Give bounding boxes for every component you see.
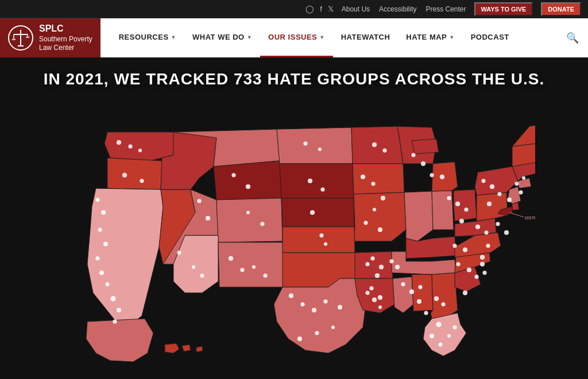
svg-point-48	[310, 210, 315, 215]
svg-point-85	[457, 262, 461, 266]
svg-point-61	[370, 287, 374, 291]
svg-point-92	[507, 198, 512, 202]
svg-point-75	[412, 153, 416, 157]
svg-point-12	[140, 179, 144, 183]
svg-point-11	[122, 173, 127, 177]
svg-point-29	[264, 274, 268, 278]
svg-point-110	[390, 260, 394, 264]
svg-point-101	[483, 271, 487, 275]
hate-map[interactable]: DISTRICT OF COLUMBIA	[53, 98, 535, 379]
svg-point-70	[436, 322, 442, 327]
accessibility-link[interactable]: Accessibility	[379, 5, 416, 13]
svg-point-66	[417, 299, 421, 304]
svg-point-83	[453, 244, 457, 248]
svg-point-54	[372, 182, 376, 186]
svg-point-89	[482, 179, 486, 183]
svg-point-21	[117, 308, 121, 312]
svg-point-47	[321, 188, 325, 192]
nav-our-issues[interactable]: OUR ISSUES ▼	[260, 18, 333, 57]
svg-point-71	[430, 334, 434, 338]
nav-what-we-do[interactable]: WHAT WE DO ▼	[184, 18, 260, 57]
svg-point-74	[453, 326, 457, 330]
site-logo[interactable]: SPLC Southern Poverty Law Center	[0, 18, 100, 57]
svg-point-81	[465, 208, 469, 212]
nav-podcast[interactable]: PODCAST	[463, 18, 517, 57]
ways-to-give-button[interactable]: WAYS TO GIVE	[474, 2, 533, 16]
svg-point-99	[486, 244, 490, 248]
svg-point-79	[447, 196, 451, 200]
about-us-link[interactable]: About Us	[342, 5, 370, 13]
logo-text: SPLC Southern Poverty Law Center	[39, 23, 92, 53]
svg-point-103	[475, 225, 480, 229]
svg-point-67	[424, 311, 428, 315]
svg-point-17	[96, 257, 100, 261]
svg-point-42	[246, 211, 250, 214]
svg-point-77	[430, 173, 434, 177]
svg-point-76	[421, 161, 425, 166]
svg-point-69	[442, 303, 446, 307]
hero-section: IN 2021, WE TRACKED 733 HATE GROUPS ACRO…	[0, 57, 588, 379]
chevron-down-icon: ▼	[449, 34, 454, 40]
svg-point-16	[103, 242, 108, 246]
svg-point-62	[378, 295, 382, 300]
instagram-icon[interactable]: ◯	[305, 5, 314, 13]
svg-point-18	[99, 270, 104, 275]
svg-point-13	[96, 198, 100, 202]
svg-point-49	[320, 234, 324, 238]
svg-point-104	[485, 231, 489, 235]
svg-point-23	[177, 251, 181, 255]
svg-point-36	[297, 337, 302, 341]
svg-point-44	[304, 142, 308, 146]
svg-point-80	[455, 202, 460, 206]
svg-point-26	[229, 256, 233, 261]
donate-button[interactable]: DONATE	[541, 2, 581, 16]
svg-point-82	[459, 219, 464, 223]
svg-point-53	[361, 175, 365, 179]
svg-point-31	[301, 303, 305, 307]
facebook-icon[interactable]: f	[320, 5, 322, 13]
twitter-icon[interactable]: 𝕏	[328, 5, 334, 13]
svg-point-41	[206, 216, 210, 221]
svg-point-65	[419, 285, 423, 289]
chevron-down-icon: ▼	[319, 34, 324, 40]
svg-point-37	[331, 326, 335, 329]
svg-point-105	[366, 291, 370, 295]
svg-point-46	[308, 179, 312, 183]
nav-hate-map[interactable]: HATE MAP ▼	[398, 18, 462, 57]
svg-point-95	[519, 191, 523, 195]
svg-point-8	[117, 140, 121, 145]
svg-point-90	[490, 184, 494, 189]
dc-label: DISTRICT OF COLUMBIA	[525, 216, 535, 220]
search-button[interactable]: 🔍	[566, 32, 579, 44]
svg-point-73	[447, 334, 451, 338]
svg-point-38	[232, 173, 236, 177]
svg-point-50	[324, 242, 327, 246]
svg-point-109	[379, 265, 384, 269]
svg-point-107	[378, 305, 382, 309]
svg-point-40	[198, 199, 202, 203]
svg-point-97	[496, 222, 500, 226]
svg-point-55	[381, 196, 385, 200]
utility-links: About Us Accessibility Press Center	[342, 5, 466, 13]
svg-point-98	[504, 230, 509, 235]
svg-point-87	[475, 275, 479, 279]
press-center-link[interactable]: Press Center	[425, 5, 466, 13]
main-navigation: SPLC Southern Poverty Law Center RESOURC…	[0, 18, 588, 57]
svg-point-52	[383, 149, 387, 153]
nav-items: RESOURCES ▼ WHAT WE DO ▼ OUR ISSUES ▼ HA…	[111, 18, 517, 57]
svg-point-9	[129, 145, 133, 149]
nav-hatewatch[interactable]: HATEWATCH	[333, 18, 399, 57]
svg-point-93	[515, 182, 519, 186]
svg-point-91	[498, 192, 502, 196]
social-links: ◯ f 𝕏	[305, 5, 334, 13]
svg-point-60	[375, 273, 380, 278]
svg-point-72	[439, 343, 443, 347]
svg-point-43	[261, 222, 265, 226]
svg-point-59	[366, 262, 370, 266]
svg-point-68	[434, 296, 439, 301]
svg-point-111	[395, 265, 400, 269]
svg-point-22	[113, 320, 117, 324]
svg-point-14	[101, 210, 106, 215]
us-map-svg: DISTRICT OF COLUMBIA	[53, 98, 535, 379]
nav-resources[interactable]: RESOURCES ▼	[111, 18, 184, 57]
